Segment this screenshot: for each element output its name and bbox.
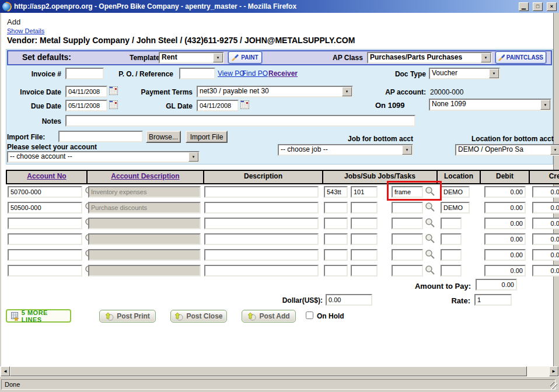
task-input[interactable]: [392, 265, 423, 276]
sub-job-input[interactable]: [351, 265, 378, 276]
import-file-button[interactable]: Import File: [186, 131, 228, 143]
template-select[interactable]: Rent ▼: [159, 52, 224, 64]
credit-input[interactable]: [532, 218, 559, 229]
receiver-link[interactable]: Receiver: [268, 69, 298, 78]
location-input[interactable]: [441, 233, 462, 245]
line-description-input[interactable]: [204, 202, 319, 214]
job-lookup-icon[interactable]: [425, 218, 435, 228]
debit-input[interactable]: [484, 265, 526, 276]
post-close-button[interactable]: Post Close: [170, 310, 227, 323]
sub-job-input[interactable]: [351, 218, 378, 229]
rate-input[interactable]: [474, 294, 512, 306]
credit-input[interactable]: [532, 202, 559, 214]
paintclass-button[interactable]: PAINTCLASS: [495, 51, 546, 64]
chevron-down-icon[interactable]: ▼: [213, 53, 223, 62]
location-input[interactable]: [441, 265, 462, 276]
scroll-right-button[interactable]: ►: [549, 366, 558, 376]
job-lookup-icon[interactable]: [425, 265, 435, 275]
chevron-down-icon[interactable]: ▼: [550, 145, 559, 155]
debit-input[interactable]: [484, 218, 526, 229]
line-description-input[interactable]: [204, 218, 319, 229]
post-print-button[interactable]: Post Print: [99, 310, 156, 323]
chevron-down-icon[interactable]: ▼: [188, 152, 198, 162]
show-details-link[interactable]: Show Details: [7, 27, 44, 34]
account-select[interactable]: -- choose account -- ▼: [7, 151, 200, 163]
credit-input[interactable]: [532, 186, 559, 198]
doc-type-select[interactable]: Voucher ▼: [429, 68, 500, 79]
minimize-button[interactable]: ▁: [519, 2, 529, 11]
location-select[interactable]: DEMO / OpenPro Sa ▼: [455, 144, 559, 156]
chevron-down-icon[interactable]: ▼: [481, 53, 491, 62]
calendar-icon[interactable]: [240, 100, 249, 109]
task-input[interactable]: [392, 233, 423, 245]
import-file-input[interactable]: [58, 131, 143, 142]
credit-input[interactable]: [532, 265, 559, 276]
debit-input[interactable]: [484, 233, 526, 245]
account-no-input[interactable]: [8, 186, 82, 198]
line-description-input[interactable]: [204, 186, 319, 198]
account-no-input[interactable]: [8, 202, 82, 214]
due-date-input[interactable]: [65, 100, 107, 111]
chevron-down-icon[interactable]: ▼: [540, 100, 550, 110]
line-description-input[interactable]: [204, 265, 319, 276]
notes-input[interactable]: [65, 115, 415, 127]
paint-button[interactable]: PAINT: [228, 51, 262, 64]
column-header-account-description[interactable]: Account Description: [88, 171, 204, 183]
post-add-button[interactable]: Post Add: [242, 310, 296, 323]
job-input[interactable]: [324, 265, 348, 276]
amount-to-pay-input[interactable]: [476, 279, 517, 290]
resize-grip[interactable]: [550, 382, 557, 389]
job-lookup-icon[interactable]: [425, 202, 435, 212]
job-input[interactable]: [324, 233, 348, 245]
job-lookup-icon[interactable]: [425, 233, 435, 244]
location-input[interactable]: [441, 218, 462, 229]
account-no-input[interactable]: [8, 265, 82, 276]
job-select[interactable]: -- choose job -- ▼: [278, 144, 413, 156]
chevron-down-icon[interactable]: ▼: [489, 69, 499, 78]
sub-job-input[interactable]: [351, 249, 378, 261]
location-input[interactable]: [441, 186, 470, 198]
browse-button[interactable]: Browse...: [146, 131, 181, 143]
job-input[interactable]: [324, 249, 348, 261]
debit-input[interactable]: [484, 249, 526, 261]
chevron-down-icon[interactable]: ▼: [342, 87, 352, 96]
line-description-input[interactable]: [204, 249, 319, 261]
invoice-date-input[interactable]: [65, 86, 107, 97]
job-input[interactable]: [324, 186, 348, 198]
sub-job-input[interactable]: [351, 202, 378, 214]
account-no-input[interactable]: [8, 249, 82, 261]
on-1099-select[interactable]: None 1099 ▼: [429, 99, 551, 111]
location-input[interactable]: [441, 202, 470, 214]
task-input[interactable]: [392, 186, 423, 198]
task-input[interactable]: [392, 249, 423, 261]
job-input[interactable]: [324, 202, 348, 214]
sub-job-input[interactable]: [351, 186, 378, 198]
account-no-input[interactable]: [8, 233, 82, 245]
sub-job-input[interactable]: [351, 233, 378, 245]
on-hold-checkbox[interactable]: [306, 312, 313, 319]
calendar-icon[interactable]: [109, 86, 118, 95]
task-input[interactable]: [392, 218, 423, 229]
more-lines-button[interactable]: ★ 5 MORE LINES: [6, 309, 71, 323]
scroll-left-button[interactable]: ◄: [1, 366, 10, 376]
dollar-input[interactable]: [326, 294, 372, 306]
calendar-icon[interactable]: [109, 100, 118, 109]
close-button[interactable]: ×: [547, 2, 557, 11]
scrollbar-thumb[interactable]: [10, 366, 527, 376]
credit-input[interactable]: [532, 233, 559, 245]
location-input[interactable]: [441, 249, 462, 261]
payment-terms-select[interactable]: net30 / payable net 30 ▼: [197, 86, 353, 97]
maximize-button[interactable]: □: [533, 2, 543, 11]
line-description-input[interactable]: [204, 233, 319, 245]
debit-input[interactable]: [484, 202, 526, 214]
gl-date-input[interactable]: [197, 100, 239, 111]
chevron-down-icon[interactable]: ▼: [402, 145, 412, 155]
job-lookup-icon[interactable]: [425, 186, 435, 197]
view-po-link[interactable]: View PO: [218, 69, 244, 78]
find-po-link[interactable]: Find PO: [242, 69, 268, 78]
job-input[interactable]: [324, 218, 348, 229]
po-reference-input[interactable]: [179, 68, 215, 79]
column-header-account-no[interactable]: Account No: [7, 171, 88, 183]
task-input[interactable]: [392, 202, 423, 214]
invoice-no-input[interactable]: [65, 68, 104, 79]
